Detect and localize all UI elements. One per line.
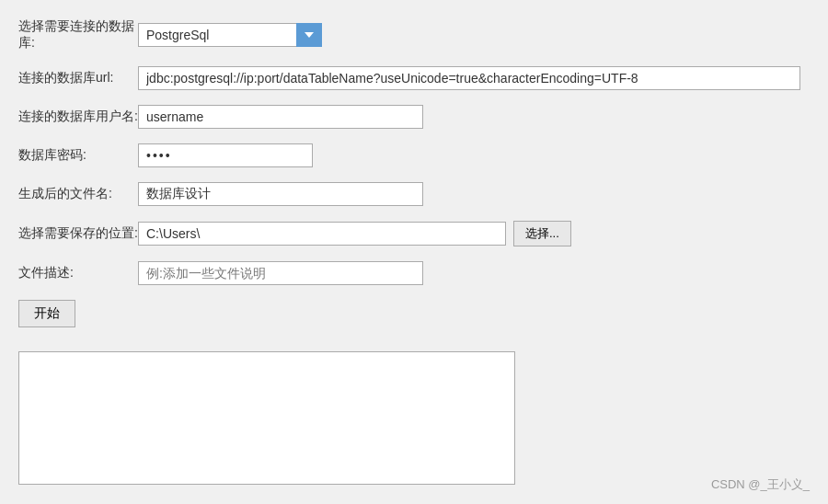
description-input[interactable] [138, 261, 423, 285]
db-select[interactable]: PostgreSql MySQL Oracle SQLite [138, 23, 322, 47]
main-container: 选择需要连接的数据库: PostgreSql MySQL Oracle SQLi… [0, 0, 828, 504]
db-select-wrapper[interactable]: PostgreSql MySQL Oracle SQLite [138, 23, 322, 47]
username-label: 连接的数据库用户名: [18, 109, 138, 125]
url-row: 连接的数据库url: [18, 66, 810, 90]
start-button[interactable]: 开始 [18, 300, 75, 327]
filepath-row: 选择需要保存的位置: 选择... [18, 221, 810, 246]
password-label: 数据库密码: [18, 147, 138, 164]
filename-row: 生成后的文件名: [18, 182, 810, 206]
username-input[interactable] [138, 105, 423, 129]
start-row: 开始 [18, 300, 810, 337]
username-row: 连接的数据库用户名: [18, 105, 810, 129]
filename-label: 生成后的文件名: [18, 186, 138, 202]
browse-button[interactable]: 选择... [513, 221, 571, 246]
description-row: 文件描述: [18, 261, 810, 285]
db-label: 选择需要连接的数据库: [18, 18, 138, 52]
db-select-row: 选择需要连接的数据库: PostgreSql MySQL Oracle SQLi… [18, 18, 810, 52]
filename-input[interactable] [138, 182, 423, 206]
url-input[interactable] [138, 66, 800, 90]
url-label: 连接的数据库url: [18, 70, 138, 86]
output-textarea[interactable] [18, 351, 515, 485]
filepath-input[interactable] [138, 222, 506, 246]
password-input[interactable] [138, 143, 313, 167]
description-label: 文件描述: [18, 265, 138, 281]
watermark: CSDN @_王小义_ [711, 476, 810, 493]
filepath-label: 选择需要保存的位置: [18, 225, 138, 242]
password-row: 数据库密码: [18, 143, 810, 167]
